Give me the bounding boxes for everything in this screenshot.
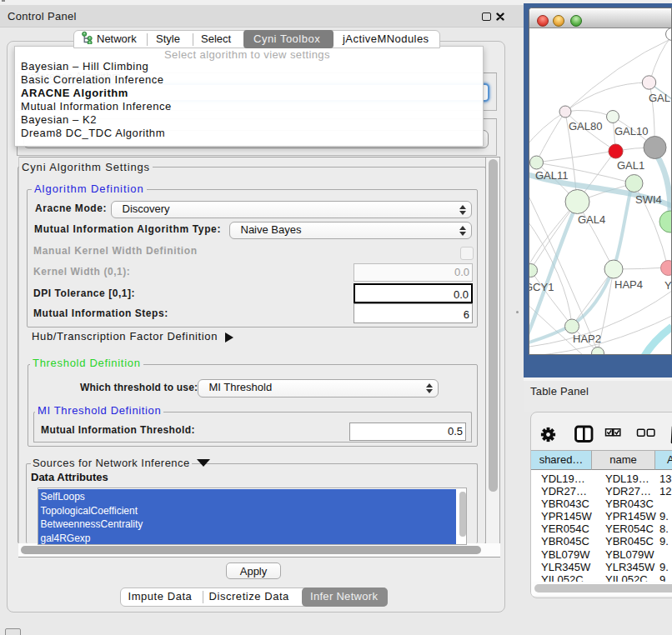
- svg-text:Y: Y: [664, 279, 672, 292]
- svg-text:GAL1: GAL1: [617, 159, 644, 172]
- svg-text:GAL: GAL: [649, 92, 670, 104]
- svg-text:SWI4: SWI4: [635, 193, 662, 206]
- svg-text:HAP2: HAP2: [573, 332, 601, 345]
- svg-text:GAL80: GAL80: [569, 120, 602, 132]
- svg-text:GCY1: GCY1: [529, 281, 554, 293]
- svg-text:HAP4: HAP4: [614, 278, 643, 291]
- svg-text:GAL10: GAL10: [614, 125, 648, 138]
- svg-text:GAL4: GAL4: [578, 213, 605, 226]
- svg-text:GAL11: GAL11: [535, 169, 569, 182]
